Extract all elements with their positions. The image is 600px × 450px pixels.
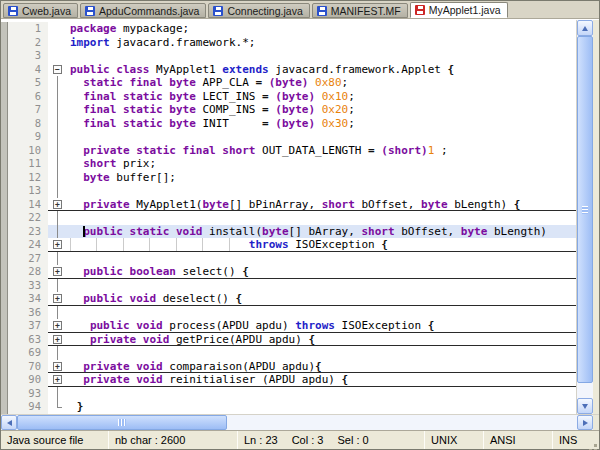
code-text[interactable] [68,130,576,144]
scroll-left-button[interactable] [1,415,17,430]
fold-collapse-icon[interactable]: − [53,65,62,74]
code-row-9[interactable]: 9 [1,130,576,144]
code-text[interactable]: public boolean select() { [68,265,576,279]
tab-bar: Cweb.javaApduCommands.javaConnecting.jav… [1,1,599,19]
token: ; [342,76,349,89]
code-text[interactable]: short prix; [68,157,576,171]
code-row-4[interactable]: 4−public class MyApplet1 extends javacar… [1,63,576,77]
tab-myapplet1-java[interactable]: MyApplet1.java [410,2,508,18]
code-row-13[interactable]: 13 [1,184,576,198]
code-row-2[interactable]: 2import javacard.framework.*; [1,36,576,50]
resize-grip[interactable] [594,444,597,447]
tab-apducommands-java[interactable]: ApduCommands.java [80,3,206,18]
code-text[interactable]: package mypackage; [68,22,576,36]
code-row-93[interactable]: 93 [1,387,576,401]
code-text[interactable]: public class MyApplet1 extends javacard.… [68,63,576,77]
code-row-63[interactable]: 63+ private void getPrice(APDU apdu) { [1,333,576,347]
code-row-5[interactable]: 5 static final byte APP_CLA = (byte) 0x8… [1,76,576,90]
code-row-14[interactable]: 14+ private MyApplet1(byte[] bPinArray, … [1,198,576,212]
code-row-90[interactable]: 90+ private void reinitialiser (APDU apd… [1,373,576,387]
code-row-11[interactable]: 11 short prix; [1,157,576,171]
code-row-69[interactable]: 69 [1,346,576,360]
code-row-37[interactable]: 37+ public void process(APDU apdu) throw… [1,319,576,333]
code-text[interactable]: public void process(APDU apdu) throws IS… [68,319,576,333]
code-text[interactable]: throws ISOException { [68,238,576,252]
scroll-up-button[interactable] [577,20,593,36]
code-text[interactable] [68,184,576,198]
code-text[interactable]: public void deselect() { [68,292,576,306]
code-text[interactable] [68,49,576,63]
token: short [361,225,394,238]
horizontal-scrollbar-thumb[interactable] [17,415,227,430]
code-row-22[interactable]: 22 [1,211,576,225]
code-row-1[interactable]: 1package mypackage; [1,22,576,36]
token: final static byte [83,117,196,130]
code-text[interactable]: public static void install(byte[] bArray… [68,225,576,239]
fold-expand-icon[interactable]: + [53,200,62,209]
token: ISOException [335,319,428,332]
code-row-7[interactable]: 7 final static byte COMP_INS = (byte) 0x… [1,103,576,117]
code-text[interactable]: } [68,400,576,414]
code-text[interactable]: final static byte COMP_INS = (byte) 0x20… [68,103,576,117]
code-row-34[interactable]: 34+ public void deselect() { [1,292,576,306]
fold-expand-icon[interactable]: + [53,375,62,384]
selection-margin [1,76,8,90]
code-text[interactable] [68,211,576,225]
fold-margin [48,36,68,50]
code-row-33[interactable]: 33 [1,279,576,293]
token: MyApplet1 [149,63,222,76]
code-row-28[interactable]: 28+ public boolean select() { [1,265,576,279]
fold-margin [48,346,68,360]
code-text[interactable]: private void reinitialiser (APDU apdu) { [68,373,576,387]
tab-cweb-java[interactable]: Cweb.java [3,3,78,18]
fold-expand-icon[interactable]: + [53,240,62,249]
code-text[interactable]: import javacard.framework.*; [68,36,576,50]
scroll-right-button[interactable] [577,415,593,430]
code-text[interactable]: static final byte APP_CLA = (byte) 0x80; [68,76,576,90]
selection-margin [1,184,8,198]
code-row-94[interactable]: 94 } [1,400,576,414]
code-row-70[interactable]: 70+ private void comparaison(APDU apdu){ [1,360,576,374]
code-text[interactable] [68,387,576,401]
token [70,157,83,170]
fold-expand-icon[interactable]: + [53,335,62,344]
fold-expand-icon[interactable]: + [53,294,62,303]
code-text[interactable] [68,346,576,360]
code-text[interactable] [68,306,576,320]
code-row-24[interactable]: 24+ throws ISOException { [1,238,576,252]
selection-margin [1,36,8,50]
code-text[interactable]: private MyApplet1(byte[] bPinArray, shor… [68,198,576,212]
code-text[interactable]: byte buffer[]; [68,171,576,185]
code-text[interactable] [68,252,576,266]
token: package [70,22,116,35]
code-row-36[interactable]: 36 [1,306,576,320]
code-text[interactable] [68,279,576,293]
line-number: 5 [8,76,48,90]
code-row-23[interactable]: 23 public static void install(byte[] bAr… [1,225,576,239]
tab-connecting-java[interactable]: Connecting.java [208,3,309,18]
code-editor[interactable]: 1package mypackage;2import javacard.fram… [1,20,576,414]
fold-expand-icon[interactable]: + [53,321,62,330]
code-text[interactable]: private void comparaison(APDU apdu){ [68,360,576,374]
tab-manifest-mf[interactable]: MANIFEST.MF [312,3,408,18]
fold-expand-icon[interactable]: + [53,267,62,276]
code-row-3[interactable]: 3 [1,49,576,63]
selection-margin [1,400,8,414]
code-row-27[interactable]: 27 [1,252,576,266]
vertical-scrollbar[interactable] [576,20,593,414]
token: (short) [381,144,427,157]
horizontal-scrollbar[interactable] [1,414,599,430]
code-text[interactable]: final static byte INIT = (byte) 0x30; [68,117,576,131]
code-row-6[interactable]: 6 final static byte LECT_INS = (byte) 0x… [1,90,576,104]
code-text[interactable]: final static byte LECT_INS = (byte) 0x10… [68,90,576,104]
fold-expand-icon[interactable]: + [53,362,62,371]
code-row-10[interactable]: 10 private static final short OUT_DATA_L… [1,144,576,158]
code-text[interactable]: private static final short OUT_DATA_LENG… [68,144,576,158]
code-row-12[interactable]: 12 byte buffer[]; [1,171,576,185]
code-text[interactable]: private void getPrice(APDU apdu) { [68,333,576,347]
code-row-8[interactable]: 8 final static byte INIT = (byte) 0x30; [1,117,576,131]
token [70,373,83,386]
vertical-scrollbar-thumb[interactable] [577,36,593,383]
scroll-down-button[interactable] [577,398,593,414]
window-right-border [593,20,599,414]
